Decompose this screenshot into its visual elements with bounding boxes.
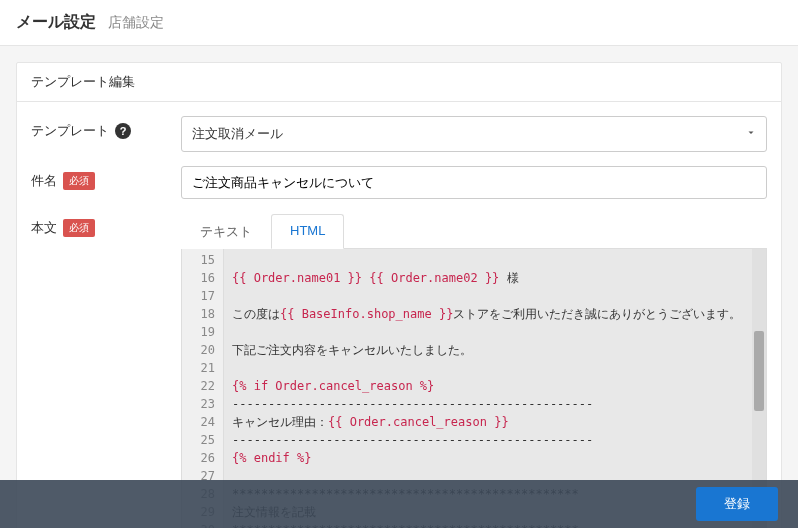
code-line[interactable]: {% if Order.cancel_reason %} [232,377,744,395]
code-line[interactable] [232,251,744,269]
code-line[interactable]: 下記ご注文内容をキャンセルいたしました。 [232,341,744,359]
editor-tabs: テキスト HTML [181,213,767,249]
tab-text[interactable]: テキスト [181,214,271,249]
subject-input[interactable] [181,166,767,199]
code-line[interactable] [232,359,744,377]
line-number: 18 [182,305,215,323]
panel-template-edit: テンプレート編集 テンプレート ? 注文取消メール 件名 必須 [16,62,782,528]
required-badge: 必須 [63,219,95,237]
code-line[interactable]: キャンセル理由：{{ Order.cancel_reason }} [232,413,744,431]
code-line[interactable]: ----------------------------------------… [232,395,744,413]
footer-bar: 登録 [0,480,798,528]
line-number: 22 [182,377,215,395]
submit-button[interactable]: 登録 [696,487,778,521]
scroll-thumb[interactable] [754,331,764,411]
line-number: 17 [182,287,215,305]
template-select[interactable]: 注文取消メール [181,116,767,152]
code-line[interactable]: ----------------------------------------… [232,431,744,449]
page-subtitle: 店舗設定 [108,14,164,30]
tab-html[interactable]: HTML [271,214,344,249]
line-number: 24 [182,413,215,431]
line-number: 21 [182,359,215,377]
help-icon[interactable]: ? [115,123,131,139]
code-line[interactable]: この度は{{ BaseInfo.shop_name }}ストアをご利用いただき誠… [232,305,744,323]
line-number: 26 [182,449,215,467]
row-template: テンプレート ? 注文取消メール [31,116,767,152]
line-number: 19 [182,323,215,341]
line-number: 23 [182,395,215,413]
line-number: 20 [182,341,215,359]
page-header: メール設定 店舗設定 [0,0,798,46]
line-number: 25 [182,431,215,449]
body-label: 本文 [31,219,57,237]
row-subject: 件名 必須 [31,166,767,199]
line-number: 15 [182,251,215,269]
code-line[interactable]: {{ Order.name01 }} {{ Order.name02 }} 様 [232,269,744,287]
subject-label: 件名 [31,172,57,190]
line-number: 16 [182,269,215,287]
code-line[interactable] [232,287,744,305]
template-label: テンプレート [31,122,109,140]
panel-title: テンプレート編集 [17,63,781,102]
code-line[interactable]: {% endif %} [232,449,744,467]
required-badge: 必須 [63,172,95,190]
code-line[interactable] [232,323,744,341]
page-title: メール設定 [16,13,96,30]
